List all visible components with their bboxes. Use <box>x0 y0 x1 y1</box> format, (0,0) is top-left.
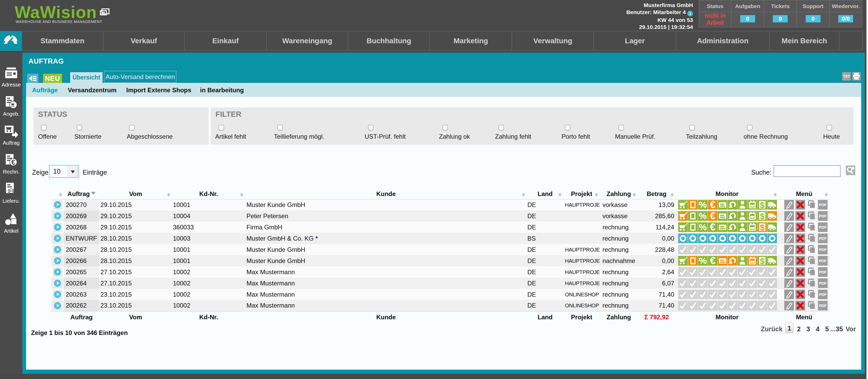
svg-text:$: $ <box>760 257 765 266</box>
svg-text:€: € <box>710 211 715 221</box>
svg-text:$: $ <box>760 212 765 221</box>
svg-text:€: € <box>11 158 16 166</box>
svg-text:%: % <box>699 200 707 210</box>
svg-text:€: € <box>710 222 715 232</box>
svg-text:€: € <box>710 256 715 265</box>
svg-text:%: % <box>699 256 707 265</box>
svg-text:%: % <box>699 222 707 232</box>
svg-text:€: € <box>710 200 715 210</box>
svg-text:$: $ <box>760 201 765 210</box>
svg-text:%: % <box>699 211 707 221</box>
svg-text:$: $ <box>760 223 765 232</box>
